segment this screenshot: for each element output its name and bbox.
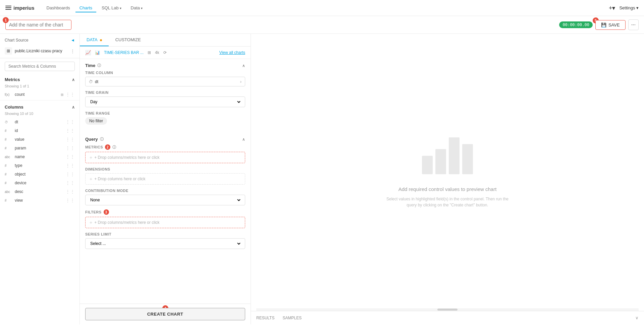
add-button[interactable]: +▾ — [609, 4, 615, 12]
table-chart-icon[interactable]: ⊞ — [148, 50, 151, 55]
col-type-icon: # — [5, 199, 13, 202]
time-range-no-filter[interactable]: No filter — [85, 117, 107, 125]
time-column-selector[interactable]: ⏱ dt › — [85, 77, 245, 86]
series-limit-label: SERIES LIMIT — [85, 232, 245, 236]
metric-info-icon: ⊞ — [61, 93, 63, 96]
series-limit-dropdown[interactable]: Select ... 5 10 25 50 — [89, 241, 241, 246]
query-section-title-row: Query ⓘ ∧ — [85, 133, 245, 144]
contribution-mode-dropdown[interactable]: None — [89, 197, 241, 203]
metrics-info-icon: ⓘ — [112, 145, 116, 150]
metric-drag-handle[interactable]: ⋮⋮ — [65, 92, 75, 97]
list-item: ⏱ dt ⋮⋮ — [0, 118, 79, 126]
filters-field-label: FILTERS 3 — [85, 209, 245, 215]
chart-source-header: Chart Source ◄ — [0, 34, 79, 45]
hamburger-icon[interactable] — [5, 6, 11, 10]
save-button[interactable]: 💾 SAVE — [595, 20, 626, 30]
col-type-icon: # — [5, 138, 13, 141]
time-info-icon: ⓘ — [97, 63, 101, 68]
create-chart-button[interactable]: CREATE CHART — [85, 308, 245, 320]
nav-data[interactable]: Data — [127, 3, 147, 12]
line-chart-icon[interactable]: 📈 — [85, 50, 91, 55]
time-grain-select[interactable]: Day Hour Week Month — [85, 96, 245, 107]
drag-handle-icon[interactable]: ⋮⋮ — [65, 163, 75, 168]
nav-charts[interactable]: Charts — [75, 3, 96, 12]
step-2-badge: 2 — [105, 144, 110, 150]
preview-title: Add required control values to preview c… — [398, 186, 497, 192]
time-column-arrow-icon[interactable]: › — [240, 79, 241, 84]
nav-sqllab[interactable]: SQL Lab — [98, 3, 125, 12]
series-limit-select[interactable]: Select ... 5 10 25 50 — [85, 238, 245, 249]
nav-dashboards[interactable]: Dashboards — [43, 3, 74, 12]
time-collapse-icon[interactable]: ∧ — [242, 63, 245, 68]
chart-title-actions: 00:00:00.00 5 💾 SAVE ··· — [559, 19, 639, 30]
drag-handle-icon[interactable]: ⋮⋮ — [65, 119, 75, 125]
query-section-title: Query ⓘ — [85, 137, 104, 142]
time-section-title: Time ⓘ — [85, 63, 101, 68]
chart-type-label[interactable]: TIME-SERIES BAR ... — [104, 50, 144, 55]
metrics-collapse-icon[interactable]: ∧ — [72, 77, 75, 82]
filters-drop-zone[interactable]: + + Drop columns/metrics here or click — [85, 217, 245, 228]
drag-handle-icon[interactable]: ⋮⋮ — [65, 154, 75, 159]
center-panel: DATA CUSTOMIZE 📈 📊 TIME-SERIES BAR ... ⊞… — [80, 34, 251, 324]
right-panel: Add required control values to preview c… — [251, 34, 644, 324]
col-name: object — [15, 172, 63, 177]
columns-collapse-icon[interactable]: ∧ — [72, 105, 75, 110]
drag-handle-icon[interactable]: ⋮⋮ — [65, 145, 75, 151]
drag-handle-icon[interactable]: ⋮⋮ — [65, 128, 75, 133]
tab-customize[interactable]: CUSTOMIZE — [109, 34, 148, 46]
metrics-drop-zone[interactable]: + + Drop columns/metrics here or click — [85, 152, 245, 163]
drag-handle-icon[interactable]: ⋮⋮ — [65, 198, 75, 203]
app-logo: imperius — [5, 5, 35, 11]
chart-source-item: ⊞ public.Liczniki czasu pracy ⋮ — [0, 45, 79, 58]
time-column-label: TIME COLUMN — [85, 71, 245, 75]
time-grain-dropdown[interactable]: Day Hour Week Month — [89, 99, 241, 105]
col-type-icon: # — [5, 173, 13, 176]
table-icon: ⊞ — [5, 47, 12, 55]
more-options-button[interactable]: ··· — [628, 19, 639, 30]
col-type-icon: # — [5, 146, 13, 150]
drag-handle-icon[interactable]: ⋮⋮ — [65, 189, 75, 194]
col-type-icon: ⏱ — [5, 120, 13, 124]
tab-data[interactable]: DATA — [80, 34, 109, 46]
search-metrics-input[interactable] — [5, 62, 75, 71]
settings-button[interactable]: Settings ▾ — [619, 5, 639, 10]
top-navigation: imperius Dashboards Charts SQL Lab Data … — [0, 0, 644, 16]
time-section-title-row: Time ⓘ ∧ — [85, 59, 245, 71]
drag-handle-icon[interactable]: ⋮⋮ — [65, 137, 75, 142]
left-sidebar: Chart Source ◄ ⊞ public.Liczniki czasu p… — [0, 34, 80, 324]
query-collapse-icon[interactable]: ∧ — [242, 137, 245, 142]
col-type-icon: # — [5, 181, 13, 185]
chart-title-bar: 1 00:00:00.00 5 💾 SAVE ··· — [0, 16, 644, 34]
col-name: param — [15, 146, 63, 150]
results-tab[interactable]: RESULTS — [256, 314, 274, 322]
drag-handle-icon[interactable]: ⋮⋮ — [65, 172, 75, 177]
chart-source-more-icon[interactable]: ⋮ — [70, 49, 75, 54]
col-type-icon: # — [5, 129, 13, 133]
columns-section-title: Columns — [5, 105, 23, 110]
4k-icon[interactable]: 4k — [155, 50, 159, 55]
metrics-section-header: Metrics ∧ — [0, 74, 79, 83]
columns-showing: Showing 10 of 10 — [0, 111, 79, 118]
chart-name-input[interactable] — [5, 20, 71, 30]
chart-bars-visual — [422, 134, 473, 174]
list-item: abc name ⋮⋮ — [0, 152, 79, 161]
panel-tabs: DATA CUSTOMIZE — [80, 34, 251, 47]
scrollbar-thumb[interactable] — [437, 309, 458, 311]
chart-source-expand-icon[interactable]: ◄ — [71, 38, 75, 43]
query-section: Query ⓘ ∧ METRICS 2 ⓘ + + Drop columns/m… — [80, 133, 251, 249]
refresh-icon[interactable]: ⟳ — [163, 50, 167, 55]
nav-right: +▾ Settings ▾ — [609, 4, 639, 12]
dimensions-drop-zone[interactable]: + + Drop columns here or click — [85, 173, 245, 185]
metrics-showing: Showing 1 of 1 — [0, 83, 79, 90]
col-name: value — [15, 137, 63, 142]
view-all-charts-link[interactable]: View all charts — [219, 50, 245, 55]
contribution-mode-select[interactable]: None — [85, 195, 245, 205]
col-name: type — [15, 163, 63, 168]
bar-chart-icon[interactable]: 📊 — [95, 50, 100, 55]
samples-tab[interactable]: SAMPLES — [282, 314, 302, 322]
step-1-badge: 1 — [3, 17, 9, 23]
data-tab-dot — [100, 39, 102, 41]
expand-icon[interactable]: ∨ — [635, 315, 639, 320]
metric-count-item: f(x) count ⊞ ⋮⋮ — [0, 90, 79, 99]
drag-handle-icon[interactable]: ⋮⋮ — [65, 180, 75, 186]
